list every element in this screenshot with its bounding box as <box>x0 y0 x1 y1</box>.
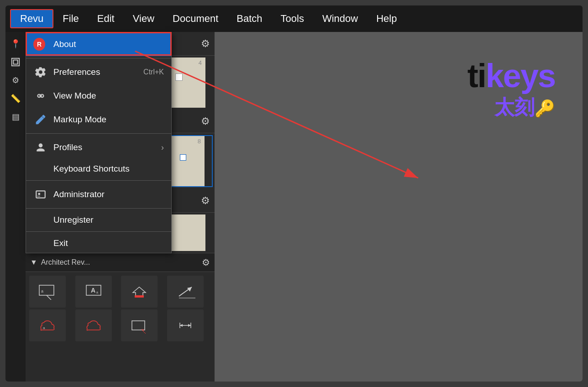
keyboard-label: Keyboard Shortcuts <box>53 164 164 174</box>
dropdown-item-preferences[interactable]: Preferences Ctrl+K <box>26 60 171 84</box>
panel-tool-text[interactable]: A a <box>75 276 112 308</box>
dropdown-item-about[interactable]: R About <box>26 32 171 56</box>
menu-document[interactable]: Document <box>163 10 227 27</box>
exit-label: Exit <box>53 238 164 248</box>
viewmode-label: View Mode <box>53 91 164 101</box>
menubar: Revu File Edit View Document Batch Tools… <box>5 5 583 32</box>
panel-tool-arrow[interactable] <box>167 276 204 308</box>
menu-view[interactable]: View <box>124 10 163 27</box>
sidebar-icon-list[interactable]: ▤ <box>7 109 24 125</box>
thumb-marker-2 <box>180 154 186 161</box>
divider-5 <box>26 231 171 232</box>
tikeys-cn: 太刻🔑 <box>467 94 555 121</box>
person-icon <box>33 140 48 155</box>
panel-header-label: Architect Rev... <box>41 258 202 267</box>
markupmode-label: Markup Mode <box>53 115 164 125</box>
admin-icon <box>33 187 48 202</box>
thumb-label-2: 8 <box>198 138 201 145</box>
svg-text:a: a <box>43 326 45 330</box>
revu-icon: R <box>33 37 48 52</box>
dropdown-item-exit[interactable]: Exit <box>26 234 171 253</box>
svg-rect-3 <box>38 193 40 195</box>
markup-icon <box>33 112 48 127</box>
panel-gear-icon-3[interactable]: ⚙ <box>201 195 210 207</box>
panel-tool-rect-a[interactable]: a <box>121 309 158 341</box>
preferences-shortcut: Ctrl+K <box>143 68 164 76</box>
svg-rect-2 <box>36 191 45 198</box>
menu-window[interactable]: Window <box>313 10 367 27</box>
panel-tool-highlight[interactable] <box>121 276 158 308</box>
menu-file[interactable]: File <box>53 10 88 27</box>
dropdown-item-markupmode[interactable]: Markup Mode <box>26 108 171 131</box>
app-frame: Revu File Edit View Document Batch Tools… <box>5 5 583 382</box>
svg-rect-6 <box>13 60 17 64</box>
about-label: About <box>53 39 164 49</box>
panel-tools: a A a <box>26 272 215 345</box>
preferences-label: Preferences <box>53 67 143 77</box>
unregister-label: Unregister <box>53 215 164 225</box>
divider-1 <box>26 58 171 58</box>
thumb-marker <box>175 73 183 81</box>
svg-text:a: a <box>41 289 43 293</box>
dropdown-item-viewmode[interactable]: View Mode <box>26 84 171 108</box>
admin-label: Administrator <box>53 189 164 199</box>
panel-tool-cloud-a[interactable]: a <box>29 309 66 341</box>
thumb-label-1: 4 <box>199 59 202 66</box>
main-canvas: tikeys 太刻🔑 <box>215 32 583 382</box>
sidebar-icon-frame[interactable] <box>7 54 24 70</box>
panel-tool-cloud2[interactable] <box>75 309 112 341</box>
menu-edit[interactable]: Edit <box>88 10 124 27</box>
sidebar-icon-pin[interactable]: 📍 <box>7 36 24 52</box>
sidebar-icon-ruler[interactable]: 📏 <box>7 90 24 107</box>
sidebar-icon-gear[interactable]: ⚙ <box>7 72 24 89</box>
dropdown-item-keyboard[interactable]: Keyboard Shortcuts <box>26 159 171 178</box>
svg-marker-23 <box>188 324 191 327</box>
tikeys-keys: keys <box>486 58 555 94</box>
svg-rect-4 <box>37 196 40 196</box>
divider-2 <box>26 133 171 134</box>
svg-rect-12 <box>135 295 144 298</box>
tikeys-ti: ti <box>467 58 486 94</box>
panel-tool-dimension[interactable] <box>167 309 204 341</box>
svg-rect-5 <box>12 58 20 66</box>
panel-chevron-icon: ▼ <box>30 258 37 267</box>
profiles-label: Profiles <box>53 142 161 152</box>
svg-marker-22 <box>180 324 183 327</box>
viewmode-icon <box>33 89 48 103</box>
panel-gear-icon-1[interactable]: ⚙ <box>201 38 210 50</box>
dropdown-item-profiles[interactable]: Profiles › <box>26 136 171 159</box>
panel-tool-callout[interactable]: a <box>29 276 66 308</box>
revu-dropdown: R About Preferences Ctrl+K <box>26 32 172 253</box>
menu-batch[interactable]: Batch <box>227 10 271 27</box>
bottom-panel: ▼ Architect Rev... ⚙ a <box>26 253 215 344</box>
menu-help[interactable]: Help <box>367 10 406 27</box>
profiles-arrow: › <box>161 143 164 152</box>
panel-header: ▼ Architect Rev... ⚙ <box>26 253 215 272</box>
dropdown-item-unregister[interactable]: Unregister <box>26 210 171 230</box>
left-sidebar: 📍 ⚙ 📏 ▤ <box>5 32 26 382</box>
tikeys-logo: tikeys 太刻🔑 <box>467 59 555 121</box>
divider-3 <box>26 180 171 181</box>
divider-4 <box>26 208 171 209</box>
panel-settings-icon[interactable]: ⚙ <box>202 257 210 268</box>
svg-text:A: A <box>91 287 95 294</box>
menu-tools[interactable]: Tools <box>272 10 313 27</box>
svg-text:a: a <box>96 291 98 294</box>
panel-gear-icon-2[interactable]: ⚙ <box>201 115 210 127</box>
gear-icon <box>33 65 48 79</box>
dropdown-item-admin[interactable]: Administrator <box>26 183 171 206</box>
menu-revu[interactable]: Revu <box>10 9 53 28</box>
